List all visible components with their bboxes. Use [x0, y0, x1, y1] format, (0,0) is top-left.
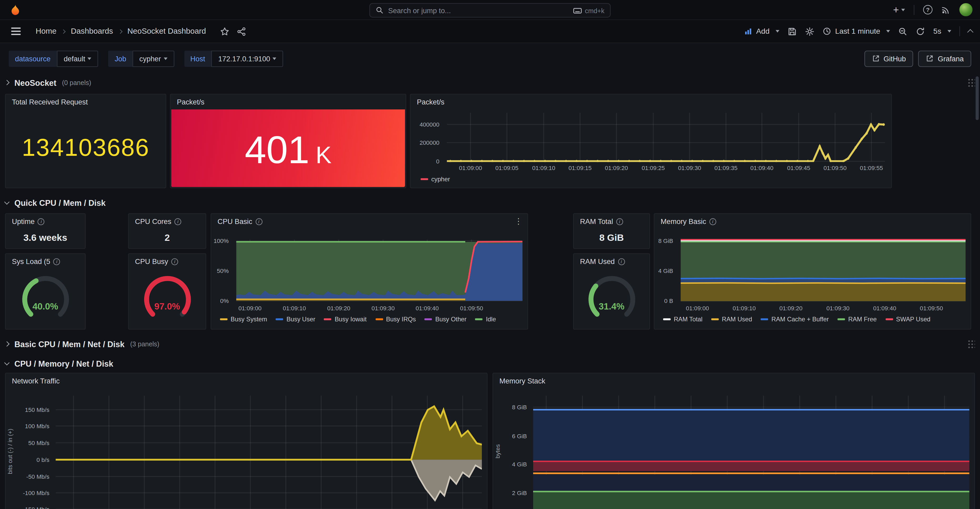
star-icon — [220, 27, 229, 36]
legend-item[interactable]: Busy System — [220, 316, 267, 323]
y-axis-tick: -100 Mb/s — [23, 489, 49, 496]
time-series-plot[interactable] — [56, 394, 482, 509]
stat-value: 401 — [245, 121, 310, 179]
drag-handle-icon[interactable] — [967, 78, 975, 88]
breadcrumb-item[interactable]: Home — [35, 27, 56, 35]
legend-item[interactable]: SWAP Used — [885, 316, 930, 323]
favorite-button[interactable] — [220, 27, 229, 36]
search-input[interactable]: Search or jump to... cmd+k — [369, 3, 611, 18]
variable-label: Host — [184, 50, 212, 67]
chevron-down-icon — [886, 30, 890, 33]
breadcrumb-item[interactable]: Dashboards — [71, 27, 113, 35]
x-axis-tick: 01:09:00 — [459, 164, 482, 171]
panel-cpu-busy: CPU Busy 97.0% — [128, 253, 206, 330]
save-dashboard-button[interactable] — [788, 27, 797, 36]
news-button[interactable] — [941, 5, 951, 14]
stat-value: 3.6 weeks — [24, 232, 67, 243]
y-axis-tick: 8 GiB — [658, 238, 673, 244]
help-icon[interactable] — [923, 5, 933, 14]
legend-swatch — [761, 318, 768, 320]
variable-value-dropdown[interactable]: default — [57, 50, 99, 67]
legend-item[interactable]: Busy User — [276, 316, 315, 323]
y-axis-tick: 50 Mb/s — [28, 439, 49, 446]
y-axis-tick: 100 Mb/s — [25, 423, 49, 429]
legend-item[interactable]: cypher — [420, 176, 450, 183]
y-axis-tick: 50% — [217, 267, 229, 274]
panel-header[interactable]: Packet/s — [171, 94, 406, 110]
topbar-actions — [893, 3, 973, 16]
row-header-neosocket[interactable]: NeoSocket (0 panels) — [5, 76, 975, 89]
rss-icon — [941, 5, 951, 14]
legend-item[interactable]: Idle — [475, 316, 496, 323]
legend-item[interactable]: Busy Other — [425, 316, 466, 323]
info-icon[interactable] — [174, 218, 181, 225]
legend-item[interactable]: RAM Total — [663, 316, 703, 323]
panel-header[interactable]: CPU Busy — [129, 254, 206, 269]
gauge[interactable]: 31.4% — [574, 269, 649, 328]
panel-header[interactable]: RAM Used — [574, 254, 649, 269]
time-series-plot[interactable] — [447, 111, 885, 162]
breadcrumb-item[interactable]: NeoSocket Dashboard — [127, 27, 206, 35]
panel-header[interactable]: Sys Load (5 — [6, 254, 85, 269]
refresh-icon — [916, 27, 925, 36]
chevron-right-icon — [62, 29, 66, 34]
panel-title: CPU Cores — [135, 218, 171, 225]
legend-item[interactable]: RAM Used — [711, 316, 752, 323]
stat-background: 401 K — [171, 110, 405, 187]
panel-ram-total: RAM Total 8 GiB — [573, 213, 650, 249]
drag-handle-icon[interactable] — [967, 339, 975, 349]
x-axis-tick: 01:09:10 — [283, 305, 306, 311]
time-series-plot[interactable] — [236, 238, 522, 302]
grafana-logo-icon[interactable] — [8, 3, 20, 16]
info-icon[interactable] — [38, 218, 45, 225]
legend-item[interactable]: Busy IRQs — [375, 316, 416, 323]
panel-header[interactable]: RAM Total — [574, 214, 649, 229]
info-icon[interactable] — [171, 258, 178, 265]
share-button[interactable] — [237, 27, 246, 36]
variable-value-dropdown[interactable]: 172.17.0.1:9100 — [212, 50, 283, 67]
chevron-down-icon — [901, 8, 905, 11]
info-icon[interactable] — [616, 218, 623, 225]
y-axis-tick: 0 B — [664, 297, 673, 304]
new-menu-button[interactable] — [893, 4, 905, 15]
time-series-plot[interactable] — [681, 238, 966, 302]
chevron-down-icon — [273, 57, 277, 60]
mega-menu-button[interactable] — [8, 30, 24, 32]
add-panel-button[interactable]: Add — [745, 27, 780, 35]
divider — [959, 26, 960, 36]
legend-swatch — [276, 318, 283, 320]
row-collapse-icon — [4, 360, 10, 365]
dashboard-link-button[interactable]: GitHub — [864, 50, 913, 67]
time-range-picker[interactable]: Last 1 minute — [823, 27, 890, 35]
info-icon[interactable] — [618, 258, 625, 265]
panel-header[interactable]: CPU Cores — [129, 214, 206, 229]
row-collapse-icon — [4, 199, 10, 204]
legend-item[interactable]: RAM Free — [838, 316, 877, 323]
variable-value-dropdown[interactable]: cypher — [132, 50, 174, 67]
gauge[interactable]: 97.0% — [129, 269, 206, 328]
panel-header[interactable]: Uptime — [6, 214, 85, 229]
x-axis-tick: 01:09:35 — [714, 164, 738, 171]
chevron-down-icon — [947, 30, 951, 33]
row-header-quick-cpu-mem-disk[interactable]: Quick CPU / Mem / Disk — [5, 196, 975, 209]
collapse-toolbar-icon[interactable] — [967, 29, 974, 35]
row-header-cpu-memory-net-disk[interactable]: CPU / Memory / Net / Disk — [5, 357, 975, 370]
gauge[interactable]: 40.0% — [6, 269, 85, 328]
row-title: Basic CPU / Mem / Net / Disk — [14, 339, 125, 349]
scrollbar[interactable] — [975, 76, 979, 120]
row-panel-count: (0 panels) — [62, 79, 91, 86]
row-header-basic-cpu-mem-net-disk[interactable]: Basic CPU / Mem / Net / Disk (3 panels) — [5, 338, 975, 350]
user-avatar[interactable] — [959, 3, 973, 16]
dashboard-link-button[interactable]: Grafana — [918, 50, 971, 67]
zoom-out-time-button[interactable] — [898, 27, 908, 36]
info-icon[interactable] — [53, 258, 60, 265]
panel-header[interactable]: Total Received Request — [6, 94, 165, 110]
refresh-interval-dropdown[interactable]: 5s — [934, 27, 951, 35]
legend-item[interactable]: Busy Iowait — [324, 316, 367, 323]
legend-item[interactable]: RAM Cache + Buffer — [761, 316, 829, 323]
time-series-plot[interactable] — [533, 394, 969, 509]
dashboard-settings-button[interactable] — [805, 27, 815, 36]
refresh-button[interactable] — [916, 27, 925, 36]
hamburger-icon — [11, 30, 21, 32]
x-axis-tick: 01:09:50 — [824, 164, 846, 171]
